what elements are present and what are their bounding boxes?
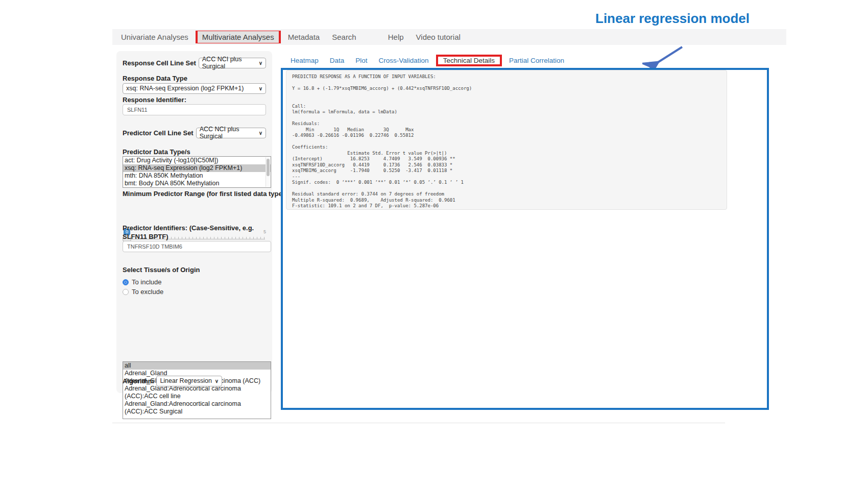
list-item-selected[interactable]: xsq: RNA-seq Expression (log2 FPKM+1)	[123, 164, 271, 172]
predictor-data-types-label: Predictor Data Type/s	[123, 148, 190, 156]
response-identifier-label: Response Identifier:	[123, 96, 186, 104]
tab-plot[interactable]: Plot	[350, 54, 373, 67]
results-tab-bar: Heatmap Data Plot Cross-Validation Techn…	[285, 54, 570, 67]
bottom-divider	[112, 423, 725, 423]
radio-selected-icon	[123, 279, 129, 285]
tab-cross-validation[interactable]: Cross-Validation	[373, 54, 435, 67]
nav-item-multivariate-analyses[interactable]: Multivariate Analyses	[198, 31, 279, 43]
response-cell-line-set-label: Response Cell Line Set	[123, 59, 196, 67]
tab-technical-details[interactable]: Technical Details	[438, 55, 500, 66]
algorithm-label: Algorithm	[123, 377, 154, 385]
tab-partial-correlation[interactable]: Partial Correlation	[503, 54, 570, 67]
top-nav-bar: Univariate Analyses Multivariate Analyse…	[112, 29, 786, 45]
tab-data[interactable]: Data	[324, 54, 350, 67]
chevron-down-icon: ∨	[215, 378, 219, 384]
chevron-down-icon: ∨	[259, 60, 262, 66]
annotation-arrow-icon	[642, 44, 688, 70]
response-identifier-input[interactable]	[123, 104, 266, 115]
response-cell-line-set-select[interactable]: ACC NCI plus Surgical ∨	[199, 58, 266, 68]
tissue-origin-listbox[interactable]: all Adrenal_Gland Adrenal_Gland:Adrenoco…	[123, 361, 271, 419]
analysis-config-sidebar: Response Cell Line Set ACC NCI plus Surg…	[116, 51, 272, 393]
min-predictor-range-label: Minimum Predictor Range (for first liste…	[123, 190, 286, 198]
nav-item-metadata[interactable]: Metadata	[282, 33, 326, 41]
predictor-identifiers-input[interactable]	[123, 241, 271, 252]
annotation-line1: Linear regression model	[595, 9, 830, 28]
radio-unselected-icon	[123, 289, 129, 295]
list-item[interactable]: mth: DNA 850K Methylation	[123, 172, 271, 180]
list-item[interactable]: bmt: Body DNA 850K Methylation	[123, 180, 271, 187]
nav-item-search[interactable]: Search	[326, 33, 363, 41]
tab-heatmap[interactable]: Heatmap	[285, 54, 324, 67]
predictor-data-types-listbox[interactable]: act: Drug Activity (-log10[IC50M]) xsq: …	[123, 156, 271, 188]
red-highlight-technical-details: Technical Details	[436, 55, 502, 66]
technical-details-output-box: PREDICTED RESPONSE AS A FUNCTION OF INPU…	[286, 70, 727, 210]
list-item[interactable]: Adrenal_Gland:Adrenocortical carcinoma (…	[123, 385, 271, 400]
predictor-cell-line-set-label: Predictor Cell Line Set	[123, 129, 194, 137]
nav-item-help[interactable]: Help	[382, 33, 410, 41]
red-highlight-multivariate: Multivariate Analyses	[196, 31, 281, 43]
predictor-identifiers-label: Predictor Identifiers: (Case-Sensitive, …	[123, 224, 268, 241]
chevron-down-icon: ∨	[259, 130, 262, 136]
technical-details-output: PREDICTED RESPONSE AS A FUNCTION OF INPU…	[292, 74, 721, 209]
listbox-scrollbar[interactable]	[266, 157, 270, 187]
radio-to-include[interactable]: To include	[123, 278, 162, 286]
list-item[interactable]: Adrenal_Gland:Adrenocortical carcinoma (…	[123, 400, 271, 416]
predictor-cell-line-set-select[interactable]: ACC NCI plus Surgical ∨	[196, 128, 266, 138]
nav-item-video-tutorial[interactable]: Video tutorial	[410, 33, 467, 41]
radio-to-exclude[interactable]: To exclude	[123, 288, 163, 296]
algorithm-select[interactable]: Linear Regression ∨	[156, 376, 222, 386]
list-item[interactable]: act: Drug Activity (-log10[IC50M])	[123, 157, 271, 164]
response-data-type-select[interactable]: xsq: RNA-seq Expression (log2 FPKM+1) ∨	[123, 83, 266, 94]
chevron-down-icon: ∨	[259, 86, 262, 91]
tissue-origin-label: Select Tissue/s of Origin	[123, 266, 200, 274]
nav-item-univariate-analyses[interactable]: Univariate Analyses	[112, 33, 195, 41]
list-item-selected[interactable]: all	[123, 362, 271, 370]
response-data-type-label: Response Data Type	[123, 75, 187, 82]
